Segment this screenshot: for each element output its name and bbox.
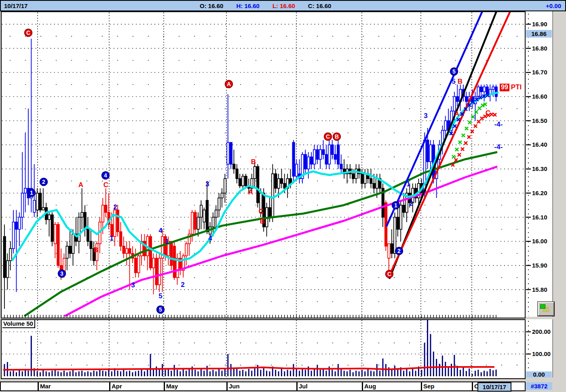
month-label: Jun [229,383,240,390]
month-tick [296,382,298,390]
quote-date: 10/17/17 [4,2,27,9]
ohlc-readout: O: 16.60 H: 16.60 L: 16.60 C: 16.60 [200,2,342,9]
date-axis-bar[interactable]: MarAprMayJunJulAugSepO [0,381,526,391]
month-tick [38,382,39,390]
month-label: Apr [112,383,122,390]
open-readout: O: 16.60 [200,2,223,9]
pti-badge: 99 PTI [500,83,522,91]
price-axis[interactable] [526,11,553,317]
month-tick [362,382,363,390]
chart-id-badge: #3872 [526,382,552,390]
current-date-box: 10/17/17 [477,382,511,392]
pti-value: 99 [500,84,509,91]
green-square-icon [540,304,545,309]
volume-indicator-label: Volume 50 [2,320,35,328]
month-tick [109,382,110,390]
charting-app-window: 10/17/17 O: 16.60 H: 16.60 L: 16.60 C: 1… [0,0,566,392]
month-tick [164,382,165,390]
expert-scales-button[interactable]: ⚖ [538,302,554,316]
volume-pane[interactable] [1,319,526,379]
month-label: Aug [364,383,376,390]
month-label: Sep [423,383,435,390]
close-readout: C: 16.60 [308,2,332,9]
pti-label: PTI [511,83,522,91]
high-readout: H: 16.60 [236,2,260,9]
last-price-flag: 16.86 [526,30,552,38]
quote-bar: 10/17/17 O: 16.60 H: 16.60 L: 16.60 C: 1… [0,0,566,11]
low-readout: L: 16.60 [272,2,295,9]
price-chart-pane[interactable] [1,11,526,318]
month-tick [472,382,473,390]
month-tick [226,382,228,390]
volume-axis[interactable] [526,319,553,377]
month-tick [421,382,422,390]
month-label: Jul [299,383,308,390]
month-label: May [166,383,178,390]
volume-zero-flag: 0.00 [526,371,552,377]
net-change-readout: +0.00 [546,2,561,9]
month-label: Mar [40,383,51,390]
